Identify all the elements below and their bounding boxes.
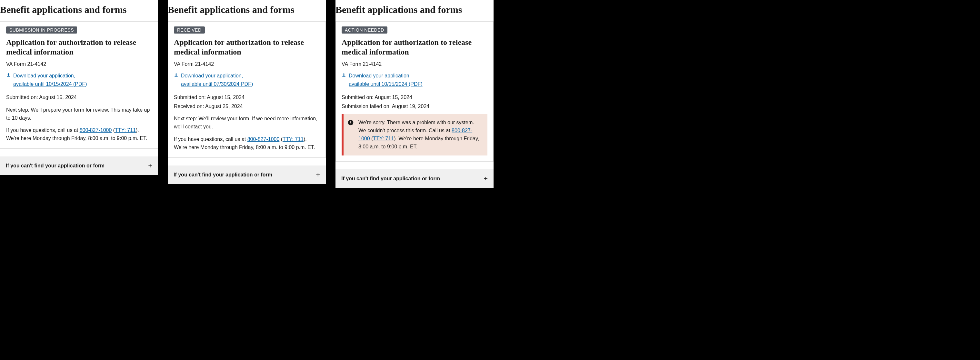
accordion-title: If you can't find your application or fo… (341, 176, 440, 182)
accordion-title: If you can't find your application or fo… (6, 163, 105, 169)
download-link[interactable]: Download your application, available unt… (6, 72, 152, 88)
status-badge: ACTION NEEDED (342, 27, 387, 33)
section-heading: Benefit applications and forms (168, 1, 326, 21)
tty-link[interactable]: TTY: 711 (373, 136, 394, 141)
accordion-title: If you can't find your application or fo… (173, 172, 272, 178)
form-number: VA Form 21-4142 (6, 61, 152, 67)
next-step-text: Next step: We'll review your form. If we… (174, 115, 320, 131)
accordion-cant-find[interactable]: If you can't find your application or fo… (168, 166, 326, 184)
form-number: VA Form 21-4142 (342, 61, 487, 67)
download-icon (174, 73, 178, 78)
card-title: Application for authorization to release… (174, 37, 320, 57)
form-number: VA Form 21-4142 (174, 61, 320, 67)
plus-icon: + (484, 175, 488, 182)
column-received: Benefit applications and forms RECEIVED … (168, 0, 326, 188)
questions-text: If you have questions, call us at 800-82… (6, 126, 152, 143)
submitted-date: Submitted on: August 15, 2024 (342, 93, 487, 102)
card-title: Application for authorization to release… (6, 37, 152, 57)
exclamation-icon (347, 119, 354, 126)
phone-link[interactable]: 800-827-1000 (80, 127, 112, 133)
plus-icon: + (148, 162, 152, 169)
tty-link[interactable]: TTY: 711 (115, 127, 136, 133)
alert-text: We're sorry. There was a problem with ou… (358, 119, 482, 151)
failed-date: Submission failed on: August 19, 2024 (342, 102, 487, 111)
status-badge: RECEIVED (174, 27, 205, 33)
svg-rect-2 (350, 124, 351, 124)
download-link[interactable]: Download your application, available unt… (342, 72, 487, 88)
card-title: Application for authorization to release… (342, 37, 487, 57)
application-card: SUBMISSION IN PROGRESS Application for a… (0, 21, 158, 149)
download-text: Download your application, available unt… (13, 72, 87, 88)
phone-link[interactable]: 800-827-1000 (247, 137, 280, 142)
accordion-cant-find[interactable]: If you can't find your application or fo… (0, 156, 158, 175)
download-link[interactable]: Download your application, available unt… (174, 72, 320, 88)
download-icon (6, 73, 11, 78)
column-action-needed: Benefit applications and forms ACTION NE… (336, 0, 493, 188)
download-text: Download your application, available unt… (181, 72, 253, 88)
section-heading: Benefit applications and forms (336, 1, 493, 21)
next-step-text: Next step: We'll prepare your form for r… (6, 106, 152, 122)
application-card: RECEIVED Application for authorization t… (168, 21, 326, 158)
download-icon (342, 73, 346, 78)
column-in-progress: Benefit applications and forms SUBMISSIO… (0, 0, 158, 188)
accordion-cant-find[interactable]: If you can't find your application or fo… (336, 169, 493, 188)
download-text: Download your application, available unt… (349, 72, 423, 88)
status-badge: SUBMISSION IN PROGRESS (6, 27, 77, 33)
received-date: Received on: August 25, 2024 (174, 102, 320, 111)
section-heading: Benefit applications and forms (0, 1, 158, 21)
plus-icon: + (316, 171, 320, 178)
tty-link[interactable]: TTY: 711 (283, 137, 304, 142)
submitted-date: Submitted on: August 15, 2024 (174, 93, 320, 102)
error-alert: We're sorry. There was a problem with ou… (342, 114, 487, 155)
application-card: ACTION NEEDED Application for authorizat… (336, 21, 493, 162)
questions-text: If you have questions, call us at 800-82… (174, 135, 320, 151)
submitted-date: Submitted on: August 15, 2024 (6, 93, 152, 102)
svg-rect-1 (350, 121, 351, 123)
